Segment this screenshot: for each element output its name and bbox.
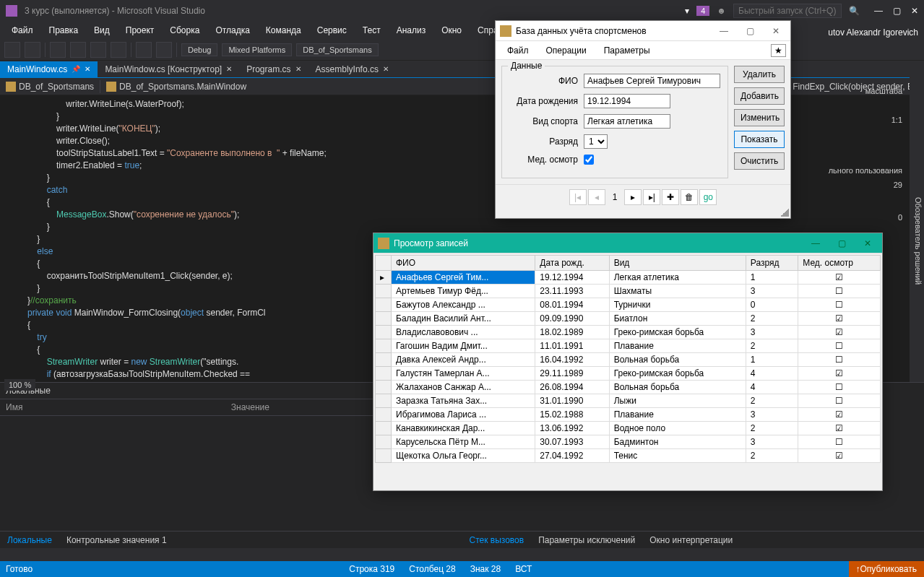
doc-tab[interactable]: MainWindow.cs [Конструктор] ✕ <box>98 61 239 77</box>
nav-first[interactable]: |◂ <box>569 189 587 205</box>
minimize-button[interactable]: — <box>874 6 883 16</box>
locals-col-name[interactable]: Имя <box>6 402 231 412</box>
nav-back-button[interactable] <box>4 42 20 58</box>
rp-scale: масштаба <box>794 87 902 95</box>
tab-callstack[interactable]: Стек вызовов <box>462 533 532 547</box>
table-row[interactable]: Артемьев Тимур Фёд...23.11.1993Шахматы3☐ <box>376 285 881 298</box>
grid-header[interactable]: Разряд <box>746 256 798 271</box>
db-menu-file[interactable]: Файл <box>500 44 536 57</box>
menu-Анализ[interactable]: Анализ <box>389 23 433 38</box>
grid-min[interactable]: — <box>806 238 826 248</box>
med-checkbox[interactable] <box>584 155 594 165</box>
menu-Сборка[interactable]: Сборка <box>163 23 207 38</box>
db-titlebar[interactable]: База данных учёта спортсменов — ▢ ✕ <box>496 21 790 41</box>
grid-titlebar[interactable]: Просмотр записей — ▢ ✕ <box>374 233 882 253</box>
saveall-button[interactable] <box>111 42 126 58</box>
nav-namespace[interactable]: DB_of_Sportsmans <box>0 80 100 93</box>
table-row[interactable]: Галустян Тамерлан А...29.11.1989Греко-ри… <box>376 367 881 381</box>
nav-next[interactable]: ▸ <box>624 189 642 205</box>
doc-tab[interactable]: MainWindow.cs 📌 ✕ <box>0 61 98 77</box>
grid-header[interactable]: Дата рожд. <box>535 256 609 271</box>
grid-header[interactable]: ФИО <box>392 256 535 271</box>
grid-header[interactable]: Вид <box>609 256 746 271</box>
menu-Правка[interactable]: Правка <box>42 23 86 38</box>
db-btn-1[interactable]: Добавить <box>734 87 785 105</box>
notification-badge[interactable]: 4 <box>696 6 709 16</box>
new-button[interactable] <box>50 42 66 58</box>
dob-input[interactable] <box>584 94 670 108</box>
nav-add-icon[interactable]: ✚ <box>662 189 679 205</box>
db-max[interactable]: ▢ <box>740 26 760 36</box>
grid-header[interactable]: Мед. осмотр <box>798 256 881 271</box>
nav-last[interactable]: ▸| <box>643 189 660 205</box>
undo-button[interactable] <box>136 42 152 58</box>
redo-button[interactable] <box>156 42 172 58</box>
table-row[interactable]: Ибрагимова Лариса ...15.02.1988Плавание3… <box>376 408 881 422</box>
startup-combo[interactable]: DB_of_Sportsmans <box>296 43 378 56</box>
table-row[interactable]: Владиславовович ...18.02.1989Греко-римск… <box>376 326 881 339</box>
menu-Отладка[interactable]: Отладка <box>208 23 256 38</box>
table-row[interactable]: Карусельска Пётр М...30.07.1993Бадминтон… <box>376 435 881 449</box>
db-btn-4[interactable]: Очистить <box>734 152 785 170</box>
db-star-icon[interactable]: ★ <box>771 44 786 57</box>
nav-prev[interactable]: ◂ <box>588 189 605 205</box>
nav-fwd-button[interactable] <box>25 42 40 58</box>
fio-input[interactable] <box>584 74 720 88</box>
feedback-icon[interactable]: ☻ <box>717 6 726 16</box>
open-button[interactable] <box>70 42 86 58</box>
nav-go-icon[interactable]: go <box>699 189 717 205</box>
table-row[interactable]: Канавкикинская Дар...13.06.1992Водное по… <box>376 422 881 435</box>
doc-tab[interactable]: AssemblyInfo.cs ✕ <box>308 61 396 77</box>
table-row[interactable]: Щекотка Ольга Георг...27.04.1992Тенис2☑ <box>376 449 881 463</box>
menu-Сервис[interactable]: Сервис <box>310 23 354 38</box>
user-label[interactable]: utov Alexandr Igorevich <box>828 27 918 38</box>
resize-grip[interactable] <box>780 208 789 217</box>
tab-watch[interactable]: Контрольные значения 1 <box>59 533 174 547</box>
rank-select[interactable]: 1 <box>584 134 608 149</box>
sport-input[interactable] <box>584 114 670 129</box>
publish-button[interactable]: ↑ Опубликовать <box>849 561 924 577</box>
solution-explorer-tab[interactable]: Обозреватель решений <box>910 61 924 422</box>
tab-immediate[interactable]: Окно интерпретации <box>642 533 740 547</box>
maximize-button[interactable]: ▢ <box>893 6 901 16</box>
table-row[interactable]: Жалаханов Санжар А...26.08.1994Вольная б… <box>376 381 881 394</box>
db-close[interactable]: ✕ <box>766 26 786 36</box>
menu-Команда[interactable]: Команда <box>259 23 308 38</box>
save-button[interactable] <box>90 42 106 58</box>
db-btn-3[interactable]: Показать <box>734 131 785 148</box>
menu-Вид[interactable]: Вид <box>87 23 117 38</box>
doc-tab[interactable]: Program.cs ✕ <box>239 61 308 77</box>
tab-exceptions[interactable]: Параметры исключений <box>531 533 642 547</box>
quick-launch-input[interactable] <box>733 4 842 18</box>
menu-Тест[interactable]: Тест <box>355 23 388 38</box>
table-row[interactable]: ▸Анафьев Сергей Тим...19.12.1994Легкая а… <box>376 271 881 285</box>
tab-locals[interactable]: Локальные <box>0 533 59 547</box>
statusbar: Готово Строка 319 Столбец 28 Знак 28 ВСТ… <box>0 561 924 577</box>
close-button[interactable]: ✕ <box>911 6 918 16</box>
table-row[interactable]: Баладин Василий Ант...09.09.1990Биатлон2… <box>376 312 881 326</box>
titlebar: 3 курс (выполняется) - Microsoft Visual … <box>0 0 924 22</box>
nav-delete-icon[interactable]: 🗑 <box>681 189 698 205</box>
platform-combo[interactable]: Mixed Platforms <box>222 43 292 56</box>
db-btn-0[interactable]: Удалить <box>734 66 785 83</box>
status-ins: ВСТ <box>515 564 532 574</box>
menu-Файл[interactable]: Файл <box>4 23 40 38</box>
db-btn-2[interactable]: Изменить <box>734 109 785 126</box>
grid-close[interactable]: ✕ <box>858 238 878 248</box>
db-min[interactable]: — <box>714 26 734 36</box>
table-row[interactable]: Давка Алексей Андр...16.04.1992Вольная б… <box>376 353 881 367</box>
menu-Окно[interactable]: Окно <box>434 23 469 38</box>
db-menu-params[interactable]: Параметры <box>597 44 657 57</box>
menu-Проект[interactable]: Проект <box>118 23 162 38</box>
table-row[interactable]: Гагошин Вадим Дмит...11.01.1991Плавание2… <box>376 339 881 353</box>
grid-max[interactable]: ▢ <box>832 238 852 248</box>
flag-icon[interactable]: ▾ <box>685 6 689 16</box>
config-combo[interactable]: Debug <box>181 43 217 56</box>
table-row[interactable]: Заразка Татьяна Зах...31.01.1990Лыжи2☐ <box>376 394 881 408</box>
records-table[interactable]: ФИОДата рожд.ВидРазрядМед. осмотр ▸Анафь… <box>375 255 881 463</box>
search-icon[interactable]: 🔍 <box>849 6 860 16</box>
status-char: Знак 28 <box>470 564 501 574</box>
zoom-combo[interactable]: 100 % <box>4 379 35 391</box>
table-row[interactable]: Бажутов Александр ...08.01.1994Турнички0… <box>376 298 881 312</box>
db-menu-ops[interactable]: Операции <box>539 44 594 57</box>
